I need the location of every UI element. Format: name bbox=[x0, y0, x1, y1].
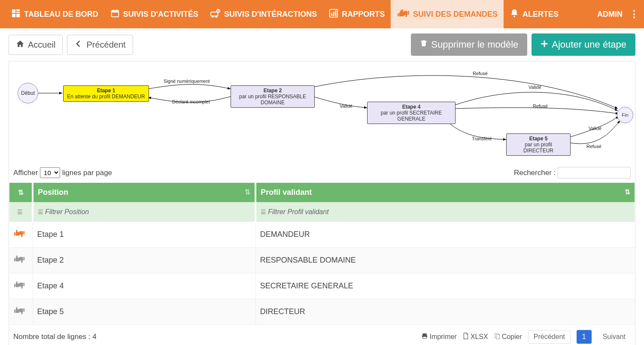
table-row[interactable]: Etape 2 RESPONSABLE DOMAINE bbox=[9, 248, 635, 273]
top-nav: TABLEAU DE BORD SUIVIS D'ACTIVITÉS SUIVI… bbox=[0, 0, 644, 28]
workflow-diagram: Début Etape 1 En attente du profil DEMAN… bbox=[12, 66, 632, 160]
back-label: Précédent bbox=[86, 40, 125, 50]
node-title: Etape 4 bbox=[371, 104, 452, 110]
diagram-node-etape4[interactable]: Etape 4 par un profil SECRETAIRE GENERAL… bbox=[367, 102, 456, 124]
svg-rect-17 bbox=[333, 12, 334, 16]
nav-interactions[interactable]: SUIVIS D'INTÉRACTIONS bbox=[204, 0, 323, 28]
home-button[interactable]: Accueil bbox=[9, 35, 63, 55]
nav-label: SUIVIS D'ACTIVITÉS bbox=[123, 10, 198, 19]
edge-label: Validé bbox=[339, 103, 353, 109]
edge-label: Refusé bbox=[586, 144, 602, 149]
svg-rect-7 bbox=[113, 9, 114, 11]
plus-icon bbox=[541, 39, 548, 50]
edge-label: Validé bbox=[528, 85, 542, 90]
col-sort[interactable]: ⇅ bbox=[9, 183, 33, 202]
col-label: Profil validant bbox=[261, 188, 312, 197]
col-position[interactable]: Position ⇅ bbox=[33, 183, 255, 202]
table-row[interactable]: Etape 1 DEMANDEUR bbox=[9, 222, 635, 248]
copy-icon bbox=[494, 333, 500, 341]
print-icon bbox=[421, 333, 428, 341]
node-title: Etape 1 bbox=[67, 88, 145, 94]
svg-rect-23 bbox=[422, 333, 426, 335]
diagram-start-node: Début bbox=[18, 83, 38, 103]
end-label: Fin bbox=[622, 112, 628, 118]
thumbs-icon bbox=[14, 283, 25, 291]
table-footer: Nombre total de lignes : 4 Imprimer XLSX… bbox=[9, 325, 635, 345]
calendar-icon bbox=[110, 9, 120, 20]
search-input[interactable] bbox=[558, 167, 631, 179]
dashboard-icon bbox=[11, 9, 21, 20]
sort-icon: ⇅ bbox=[625, 188, 630, 196]
svg-rect-21 bbox=[541, 43, 548, 45]
svg-rect-4 bbox=[16, 13, 20, 17]
cell-position: Etape 1 bbox=[33, 222, 255, 248]
svg-rect-6 bbox=[111, 10, 118, 12]
add-step-button[interactable]: Ajouter une étape bbox=[532, 33, 635, 56]
print-button[interactable]: Imprimer bbox=[421, 333, 457, 341]
edge-label: Refusé bbox=[472, 71, 489, 76]
nav-alerts[interactable]: ALERTES bbox=[504, 0, 565, 28]
filter-icon: ☰ bbox=[261, 209, 266, 215]
node-title: Etape 2 bbox=[234, 88, 311, 94]
back-button[interactable]: Précédent bbox=[67, 35, 133, 55]
search-label: Rechercher : bbox=[514, 169, 556, 177]
page-size-select[interactable]: 10 bbox=[40, 167, 60, 178]
prev-page-button[interactable]: Précédent bbox=[528, 330, 571, 344]
table-row[interactable]: Etape 4 SECRETAIRE GENERALE bbox=[9, 273, 635, 299]
start-label: Début bbox=[21, 90, 35, 96]
nav-label: ALERTES bbox=[522, 10, 559, 19]
nav-reports[interactable]: RAPPORTS bbox=[323, 0, 391, 28]
show-label-pre: Afficher bbox=[13, 169, 38, 177]
diagram-node-etape1[interactable]: Etape 1 En attente du profil DEMANDEUR bbox=[63, 85, 149, 102]
nav-dashboard[interactable]: TABLEAU DE BORD bbox=[5, 0, 104, 28]
svg-rect-16 bbox=[331, 13, 333, 16]
nav-suivi-demandes[interactable]: SUIVI DES DEMANDES bbox=[391, 0, 504, 28]
edge-label: Validé bbox=[588, 126, 602, 131]
svg-point-19 bbox=[513, 15, 515, 17]
filter-icon: ☰ bbox=[38, 209, 43, 215]
edge-label: Signé numériquement bbox=[163, 79, 211, 84]
svg-rect-27 bbox=[496, 335, 499, 339]
filter-icon-cell[interactable]: ☰ bbox=[9, 202, 33, 222]
cell-profil: DIRECTEUR bbox=[255, 299, 635, 325]
diagram-node-etape5[interactable]: Etape 5 par un profil DIRECTEUR bbox=[506, 133, 571, 156]
nav-label: TABLEAU DE BORD bbox=[24, 10, 98, 19]
svg-rect-8 bbox=[116, 9, 117, 11]
copy-button[interactable]: Copier bbox=[494, 333, 522, 341]
sort-icon: ⇅ bbox=[245, 188, 250, 196]
delete-model-button[interactable]: Supprimer le modèle bbox=[411, 33, 527, 56]
node-sub: par un profil RESPONSABLE DOMAINE bbox=[234, 94, 311, 106]
home-label: Accueil bbox=[28, 40, 55, 50]
next-page-button[interactable]: Suivant bbox=[598, 330, 631, 343]
svg-rect-25 bbox=[423, 336, 426, 339]
cell-position: Etape 4 bbox=[33, 273, 255, 299]
nav-label: SUIVIS D'INTÉRACTIONS bbox=[224, 10, 317, 19]
xlsx-button[interactable]: XLSX bbox=[463, 333, 488, 341]
svg-rect-18 bbox=[335, 10, 337, 16]
nav-label: SUIVI DES DEMANDES bbox=[413, 10, 498, 19]
cell-position: Etape 5 bbox=[33, 299, 255, 325]
svg-rect-2 bbox=[16, 12, 20, 13]
thumbs-icon bbox=[14, 309, 25, 317]
table-row[interactable]: Etape 5 DIRECTEUR bbox=[9, 299, 635, 325]
filter-profil[interactable]: ☰Filtrer Profil validant bbox=[255, 202, 635, 222]
home-icon bbox=[16, 39, 24, 50]
filter-position[interactable]: ☰Filtrer Position bbox=[33, 202, 255, 222]
chart-icon bbox=[329, 9, 338, 20]
col-profil[interactable]: Profil validant ⇅ bbox=[255, 183, 635, 202]
file-icon bbox=[463, 333, 469, 341]
filter-icon: ☰ bbox=[17, 209, 23, 215]
bell-icon bbox=[510, 9, 519, 20]
page-1-button[interactable]: 1 bbox=[577, 330, 592, 344]
node-sub: par un profil DIRECTEUR bbox=[510, 142, 567, 154]
cell-profil: RESPONSABLE DOMAINE bbox=[255, 248, 635, 273]
svg-point-10 bbox=[212, 15, 214, 18]
diagram-node-etape2[interactable]: Etape 2 par un profil RESPONSABLE DOMAIN… bbox=[231, 85, 315, 108]
cell-profil: DEMANDEUR bbox=[255, 222, 635, 248]
admin-label[interactable]: ADMIN bbox=[597, 10, 623, 19]
nav-activities[interactable]: SUIVIS D'ACTIVITÉS bbox=[104, 0, 204, 28]
more-menu-icon[interactable]: ⋮ bbox=[629, 9, 639, 19]
add-label: Ajouter une étape bbox=[552, 39, 626, 50]
node-title: Etape 5 bbox=[510, 136, 567, 142]
table-controls: Afficher 10 lignes par page Rechercher : bbox=[9, 164, 635, 183]
